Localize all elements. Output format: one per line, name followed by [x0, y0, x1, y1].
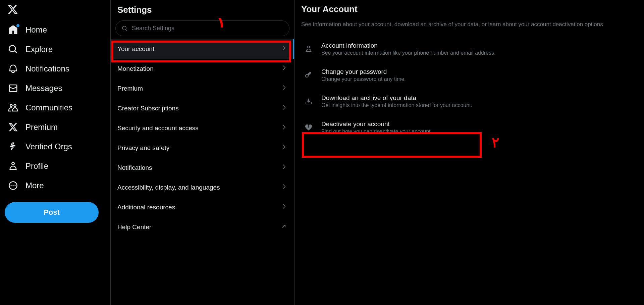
x-logo-icon: [7, 4, 18, 15]
settings-item-label: Premium: [117, 85, 143, 92]
nav-profile[interactable]: Profile: [5, 156, 106, 176]
nav-explore[interactable]: Explore: [5, 40, 106, 59]
settings-item-label: Accessibility, display, and languages: [117, 184, 220, 191]
detail-item-title: Deactivate your account: [321, 120, 432, 128]
settings-item-creator-subs[interactable]: Creator Subscriptions: [111, 98, 294, 118]
settings-column: Settings Your account Monetization Premi…: [111, 0, 294, 305]
settings-item-label: Notifications: [117, 164, 152, 171]
settings-search[interactable]: [115, 20, 289, 36]
nav-premium[interactable]: Premium: [5, 117, 106, 137]
chevron-right-icon: [281, 163, 287, 172]
detail-item-sub: Change your password at any time.: [321, 76, 406, 82]
nav-label: Explore: [25, 45, 53, 54]
nav-label: Verified Orgs: [25, 142, 72, 151]
chevron-right-icon: [281, 45, 287, 53]
x-logo-icon: [8, 122, 18, 132]
settings-item-label: Privacy and safety: [117, 144, 169, 152]
settings-item-monetization[interactable]: Monetization: [111, 59, 294, 79]
nav-home[interactable]: Home: [5, 20, 106, 40]
detail-item-sub: Find out how you can deactivate your acc…: [321, 129, 432, 135]
detail-description: See information about your account, down…: [301, 20, 637, 36]
settings-item-label: Monetization: [117, 65, 154, 72]
detail-title: Your Account: [301, 1, 637, 20]
settings-item-your-account[interactable]: Your account: [111, 39, 294, 59]
detail-item-sub: See your account information like your p…: [321, 50, 495, 56]
people-icon: [8, 103, 18, 113]
person-outline-icon: [304, 44, 313, 54]
search-input[interactable]: [132, 25, 283, 32]
nav-notifications[interactable]: Notifications: [5, 59, 106, 79]
heartbreak-icon: [304, 123, 313, 132]
nav-label: Home: [25, 25, 47, 35]
more-circle-icon: [8, 181, 18, 191]
envelope-icon: [8, 83, 18, 93]
notification-dot: [16, 24, 19, 27]
detail-item-account-info[interactable]: Account information See your account inf…: [301, 36, 637, 62]
detail-item-download-archive[interactable]: Download an archive of your data Get ins…: [301, 88, 637, 114]
app-logo[interactable]: [5, 2, 106, 20]
external-link-icon: [281, 223, 287, 231]
chevron-right-icon: [281, 84, 287, 93]
settings-item-label: Creator Subscriptions: [117, 105, 179, 112]
nav-communities[interactable]: Communities: [5, 98, 106, 117]
account-detail-column: Your Account See information about your …: [294, 0, 644, 305]
download-icon: [304, 97, 313, 106]
settings-item-label: Security and account access: [117, 124, 199, 132]
nav-label: Notifications: [25, 64, 69, 73]
settings-item-notifications[interactable]: Notifications: [111, 158, 294, 177]
search-icon: [122, 26, 128, 32]
nav-label: Messages: [25, 84, 62, 93]
settings-title: Settings: [111, 1, 294, 20]
detail-item-sub: Get insights into the type of informatio…: [321, 102, 472, 108]
settings-item-help-center[interactable]: Help Center: [111, 217, 294, 237]
lightning-icon: [8, 142, 18, 152]
detail-item-title: Change your password: [321, 68, 406, 75]
settings-item-label: Additional resources: [117, 204, 175, 211]
chevron-right-icon: [281, 124, 287, 132]
settings-item-premium[interactable]: Premium: [111, 79, 294, 98]
post-button[interactable]: Post: [5, 202, 99, 223]
chevron-right-icon: [281, 183, 287, 192]
nav-more[interactable]: More: [5, 176, 106, 195]
search-icon: [8, 44, 18, 54]
person-icon: [8, 161, 18, 171]
settings-item-privacy[interactable]: Privacy and safety: [111, 138, 294, 158]
settings-item-label: Help Center: [117, 223, 151, 231]
nav-verified-orgs[interactable]: Verified Orgs: [5, 137, 106, 156]
chevron-right-icon: [281, 64, 287, 73]
settings-item-additional[interactable]: Additional resources: [111, 197, 294, 217]
detail-item-title: Account information: [321, 42, 495, 49]
settings-item-accessibility[interactable]: Accessibility, display, and languages: [111, 177, 294, 197]
detail-item-deactivate[interactable]: Deactivate your account Find out how you…: [301, 114, 637, 141]
key-icon: [304, 70, 313, 80]
nav-label: Profile: [25, 161, 48, 171]
chevron-right-icon: [281, 104, 287, 112]
settings-item-security[interactable]: Security and account access: [111, 118, 294, 138]
nav-label: Communities: [25, 103, 72, 112]
detail-item-change-password[interactable]: Change your password Change your passwor…: [301, 62, 637, 88]
home-icon: [8, 25, 18, 35]
detail-item-title: Download an archive of your data: [321, 94, 472, 102]
bell-icon: [8, 64, 18, 74]
primary-nav: Home Explore Notifications Messages Comm…: [0, 0, 111, 305]
nav-label: Premium: [25, 122, 58, 132]
nav-label: More: [25, 181, 44, 190]
chevron-right-icon: [281, 203, 287, 211]
settings-item-label: Your account: [117, 45, 154, 53]
chevron-right-icon: [281, 144, 287, 152]
nav-messages[interactable]: Messages: [5, 79, 106, 98]
